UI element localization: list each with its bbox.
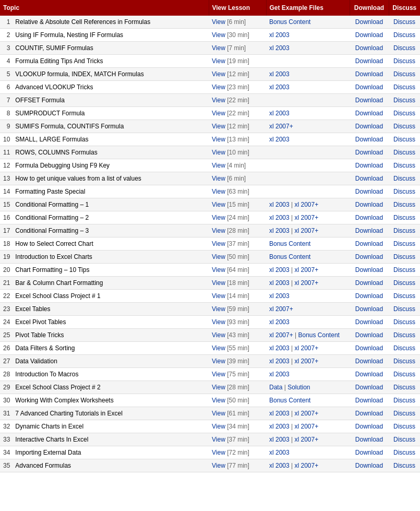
row-discuss[interactable]: Discuss [389,172,420,185]
view-link[interactable]: View [212,436,225,443]
download-link[interactable]: Download [355,214,383,221]
row-view-lesson[interactable]: View [28 min] [209,381,266,394]
example-link[interactable]: xl 2003 [269,292,290,300]
view-link[interactable]: View [212,253,225,260]
row-view-lesson[interactable]: View [10 min] [209,146,266,159]
download-link[interactable]: Download [355,253,383,260]
example-link[interactable]: xl 2007+ [295,423,319,430]
row-view-lesson[interactable]: View [4 min] [209,159,266,172]
example-link[interactable]: xl 2003 [269,110,290,117]
row-download[interactable]: Download [350,94,389,107]
row-discuss[interactable]: Discuss [389,394,420,407]
row-discuss[interactable]: Discuss [389,459,420,472]
row-discuss[interactable]: Discuss [389,198,420,211]
download-link[interactable]: Download [355,123,383,130]
discuss-link[interactable]: Discuss [393,449,415,456]
view-link[interactable]: View [212,423,225,430]
download-link[interactable]: Download [355,44,383,52]
discuss-link[interactable]: Discuss [393,266,415,274]
row-download[interactable]: Download [350,133,389,146]
row-view-lesson[interactable]: View [39 min] [209,355,266,368]
view-link[interactable]: View [212,279,225,287]
example-link[interactable]: Bonus Content [269,18,310,26]
row-discuss[interactable]: Discuss [389,133,420,146]
row-download[interactable]: Download [350,420,389,433]
row-discuss[interactable]: Discuss [389,55,420,68]
view-link[interactable]: View [212,201,225,208]
view-link[interactable]: View [212,371,225,378]
example-link[interactable]: xl 2007+ [295,279,319,287]
example-link[interactable]: xl 2003 [269,70,290,78]
discuss-link[interactable]: Discuss [393,57,415,65]
view-link[interactable]: View [212,318,225,326]
download-link[interactable]: Download [355,97,383,104]
row-discuss[interactable]: Discuss [389,16,420,29]
download-link[interactable]: Download [355,227,383,234]
row-view-lesson[interactable]: View [23 min] [209,81,266,94]
row-download[interactable]: Download [350,42,389,55]
row-view-lesson[interactable]: View [15 min] [209,198,266,211]
example-link[interactable]: xl 2003 [269,84,290,91]
row-download[interactable]: Download [350,394,389,407]
row-view-lesson[interactable]: View [50 min] [209,251,266,264]
example-link[interactable]: Solution [287,384,310,391]
download-link[interactable]: Download [355,149,383,156]
example-link[interactable]: xl 2007+ [295,201,319,208]
row-view-lesson[interactable]: View [6 min] [209,172,266,185]
download-link[interactable]: Download [355,384,383,391]
row-discuss[interactable]: Discuss [389,303,420,316]
row-view-lesson[interactable]: View [50 min] [209,394,266,407]
example-link[interactable]: xl 2003 [269,371,290,378]
row-discuss[interactable]: Discuss [389,146,420,159]
row-view-lesson[interactable]: View [43 min] [209,329,266,342]
row-discuss[interactable]: Discuss [389,368,420,381]
discuss-link[interactable]: Discuss [393,162,415,169]
discuss-link[interactable]: Discuss [393,410,415,417]
row-discuss[interactable]: Discuss [389,407,420,420]
row-view-lesson[interactable]: View [75 min] [209,368,266,381]
discuss-link[interactable]: Discuss [393,97,415,104]
example-link[interactable]: Bonus Content [269,253,310,260]
row-download[interactable]: Download [350,433,389,446]
discuss-link[interactable]: Discuss [393,149,415,156]
example-link[interactable]: xl 2007+ [295,410,319,417]
download-link[interactable]: Download [355,136,383,143]
view-link[interactable]: View [212,358,225,365]
row-view-lesson[interactable]: View [28 min] [209,224,266,237]
discuss-link[interactable]: Discuss [393,462,415,469]
discuss-link[interactable]: Discuss [393,305,415,313]
view-link[interactable]: View [212,84,225,91]
row-discuss[interactable]: Discuss [389,29,420,42]
row-view-lesson[interactable]: View [14 min] [209,290,266,303]
view-link[interactable]: View [212,449,225,456]
example-link[interactable]: Bonus Content [269,397,310,404]
discuss-link[interactable]: Discuss [393,70,415,78]
row-view-lesson[interactable]: View [12 min] [209,68,266,81]
row-download[interactable]: Download [350,159,389,172]
view-link[interactable]: View [212,31,225,39]
row-view-lesson[interactable]: View [30 min] [209,29,266,42]
download-link[interactable]: Download [355,331,383,339]
row-view-lesson[interactable]: View [22 min] [209,94,266,107]
download-link[interactable]: Download [355,279,383,287]
example-link[interactable]: xl 2003 [269,318,290,326]
download-link[interactable]: Download [355,110,383,117]
row-view-lesson[interactable]: View [77 min] [209,459,266,472]
row-download[interactable]: Download [350,355,389,368]
view-link[interactable]: View [212,227,225,234]
download-link[interactable]: Download [355,57,383,65]
download-link[interactable]: Download [355,266,383,274]
row-discuss[interactable]: Discuss [389,42,420,55]
discuss-link[interactable]: Discuss [393,31,415,39]
row-view-lesson[interactable]: View [72 min] [209,446,266,459]
row-view-lesson[interactable]: View [12 min] [209,120,266,133]
download-link[interactable]: Download [355,423,383,430]
view-link[interactable]: View [212,331,225,339]
download-link[interactable]: Download [355,397,383,404]
example-link[interactable]: xl 2003 [269,423,290,430]
row-view-lesson[interactable]: View [37 min] [209,433,266,446]
view-link[interactable]: View [212,397,225,404]
view-link[interactable]: View [212,292,225,300]
example-link[interactable]: xl 2007+ [295,266,319,274]
row-download[interactable]: Download [350,329,389,342]
